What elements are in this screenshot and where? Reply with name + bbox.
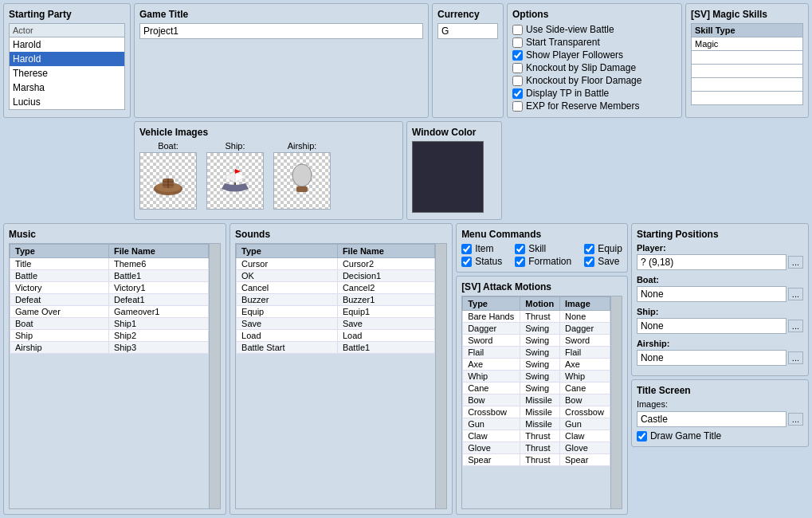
sv-cell-type: Glove bbox=[463, 442, 520, 454]
music-row[interactable]: AirshipShip3 bbox=[10, 342, 209, 354]
sv-cell-image: Bow bbox=[560, 394, 610, 406]
ship-dots-button[interactable]: ... bbox=[788, 320, 803, 332]
sv-magic-row-1[interactable]: Magic bbox=[692, 37, 803, 51]
airship-svg bbox=[282, 161, 322, 201]
sv-attack-row[interactable]: DaggerSwingDagger bbox=[463, 323, 610, 335]
sv-cell-image: Whip bbox=[560, 371, 610, 383]
option-knockout-floor-checkbox[interactable] bbox=[512, 76, 523, 86]
currency-input[interactable] bbox=[437, 23, 498, 39]
sv-cell-motion: Swing bbox=[520, 323, 560, 335]
actor-item-lucius[interactable]: Lucius bbox=[10, 95, 124, 109]
airship-dots-button[interactable]: ... bbox=[788, 351, 803, 364]
music-row[interactable]: Game OverGameover1 bbox=[10, 306, 209, 318]
sv-attack-row[interactable]: WhipSwingWhip bbox=[463, 371, 610, 383]
ship-value-input[interactable] bbox=[637, 318, 787, 334]
boat-value-input[interactable] bbox=[637, 286, 787, 302]
music-row[interactable]: TitleTheme6 bbox=[10, 258, 209, 270]
music-cell-file: Ship2 bbox=[108, 330, 208, 342]
menu-item-item-checkbox[interactable] bbox=[461, 244, 472, 254]
menu-item-equip: Equip bbox=[584, 243, 622, 254]
sounds-title: Sounds bbox=[235, 229, 447, 240]
ship-item: Ship: bbox=[206, 141, 264, 210]
option-start-transparent: Start Transparent bbox=[512, 36, 677, 49]
player-value-input[interactable] bbox=[637, 254, 787, 270]
sounds-row[interactable]: CancelCancel2 bbox=[237, 282, 435, 294]
sv-magic-row-5[interactable] bbox=[692, 92, 803, 105]
menu-item-equip-checkbox[interactable] bbox=[584, 244, 594, 254]
actor-item-therese2[interactable]: Therese bbox=[10, 66, 124, 80]
menu-item-save-checkbox[interactable] bbox=[584, 257, 594, 267]
menu-item-formation-checkbox[interactable] bbox=[515, 257, 525, 267]
option-knockout-slip-checkbox[interactable] bbox=[512, 63, 523, 73]
sv-magic-row-4[interactable] bbox=[692, 78, 803, 92]
option-exp-reserve-checkbox[interactable] bbox=[512, 101, 523, 112]
music-row[interactable]: DefeatDefeat1 bbox=[10, 294, 209, 306]
sv-attack-row[interactable]: SwordSwingSword bbox=[463, 335, 610, 347]
sv-attack-row[interactable]: AxeSwingAxe bbox=[463, 359, 610, 371]
sv-attack-row[interactable]: BowMissileBow bbox=[463, 394, 610, 406]
sounds-row[interactable]: LoadLoad bbox=[237, 330, 435, 342]
sounds-row[interactable]: CursorCursor2 bbox=[237, 258, 435, 270]
sv-cell-image: Sword bbox=[560, 335, 610, 347]
airship-value-input[interactable] bbox=[637, 350, 787, 366]
sv-cell-image: Crossbow bbox=[560, 406, 610, 418]
sv-attack-row[interactable]: Bare HandsThrustNone bbox=[463, 311, 610, 323]
actor-item-harold[interactable]: Harold bbox=[10, 37, 124, 52]
actor-item-therese[interactable]: Harold bbox=[10, 52, 124, 66]
music-table-scroll[interactable]: Type File Name TitleTheme6BattleBattle1V… bbox=[10, 244, 209, 508]
ship-svg bbox=[215, 161, 255, 201]
music-row[interactable]: BattleBattle1 bbox=[10, 270, 209, 282]
music-row[interactable]: VictoryVictory1 bbox=[10, 282, 209, 294]
player-dots-button[interactable]: ... bbox=[788, 256, 803, 269]
option-side-view-battle-checkbox[interactable] bbox=[512, 25, 523, 35]
sv-attack-row[interactable]: FlailSwingFlail bbox=[463, 347, 610, 359]
sv-attack-row[interactable]: GunMissileGun bbox=[463, 418, 610, 430]
option-start-transparent-checkbox[interactable] bbox=[512, 37, 523, 48]
sv-cell-image: Dagger bbox=[560, 323, 610, 335]
sounds-scrollbar[interactable] bbox=[435, 244, 446, 508]
sounds-cell-type: Save bbox=[237, 318, 338, 330]
castle-dots-button[interactable]: ... bbox=[788, 413, 803, 426]
ship-image[interactable] bbox=[206, 152, 264, 210]
sv-magic-row-2[interactable] bbox=[692, 51, 803, 65]
actor-item-marsha[interactable]: Marsha bbox=[10, 80, 124, 95]
menu-item-skill: Skill bbox=[515, 243, 571, 254]
sv-attack-row[interactable]: ClawThrustClaw bbox=[463, 430, 610, 442]
sv-attack-scrollbar[interactable] bbox=[610, 296, 622, 508]
boat-label: Boat: bbox=[158, 141, 178, 151]
sounds-row[interactable]: SaveSave bbox=[237, 318, 435, 330]
game-title-input[interactable] bbox=[139, 23, 423, 39]
sv-attack-row[interactable]: CaneSwingCane bbox=[463, 383, 610, 394]
music-scrollbar[interactable] bbox=[209, 244, 220, 508]
sounds-row[interactable]: OKDecision1 bbox=[237, 270, 435, 282]
music-cell-type: Game Over bbox=[10, 306, 109, 318]
window-color-box[interactable] bbox=[412, 141, 484, 213]
menu-item-formation: Formation bbox=[515, 256, 571, 267]
options-title: Options bbox=[512, 9, 677, 20]
boat-dots-button[interactable]: ... bbox=[788, 288, 803, 300]
game-title-panel: Game Title bbox=[134, 3, 429, 118]
music-row[interactable]: BoatShip1 bbox=[10, 318, 209, 330]
sv-cell-type: Whip bbox=[463, 371, 520, 383]
menu-item-skill-checkbox[interactable] bbox=[515, 244, 525, 254]
sounds-row[interactable]: EquipEquip1 bbox=[237, 306, 435, 318]
sounds-table-scroll[interactable]: Type File Name CursorCursor2OKDecision1C… bbox=[236, 244, 435, 508]
sv-attack-table-scroll[interactable]: Type Motion Image Bare HandsThrustNoneDa… bbox=[462, 296, 610, 508]
option-show-player-followers-checkbox[interactable] bbox=[512, 50, 523, 61]
sv-cell-motion: Thrust bbox=[520, 442, 560, 454]
option-display-tp-checkbox[interactable] bbox=[512, 88, 523, 99]
draw-game-title-checkbox[interactable] bbox=[637, 431, 647, 441]
sounds-row[interactable]: Battle StartBattle1 bbox=[237, 342, 435, 354]
sv-attack-row[interactable]: CrossbowMissileCrossbow bbox=[463, 406, 610, 418]
sv-magic-row-3[interactable] bbox=[692, 65, 803, 78]
music-row[interactable]: ShipShip2 bbox=[10, 330, 209, 342]
boat-image[interactable] bbox=[139, 152, 197, 210]
sv-attack-row[interactable]: SpearThrustSpear bbox=[463, 454, 610, 466]
sv-cell-motion: Swing bbox=[520, 347, 560, 359]
sv-attack-row[interactable]: GloveThrustGlove bbox=[463, 442, 610, 454]
castle-input[interactable] bbox=[637, 411, 787, 427]
menu-item-status-checkbox[interactable] bbox=[461, 257, 472, 267]
airship-image[interactable] bbox=[273, 152, 331, 210]
sounds-row[interactable]: BuzzerBuzzer1 bbox=[237, 294, 435, 306]
sv-magic-title: [SV] Magic Skills bbox=[691, 9, 803, 20]
